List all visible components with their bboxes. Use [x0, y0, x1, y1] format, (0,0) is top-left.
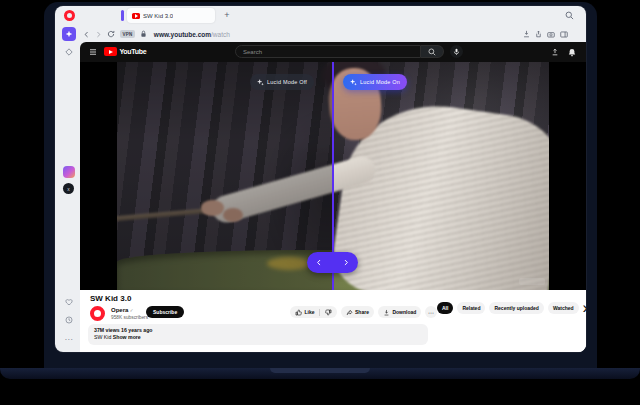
address-bar-actions	[523, 26, 568, 42]
lucid-off-dim-overlay	[117, 62, 333, 290]
pinboards-icon[interactable]	[63, 48, 75, 56]
scene-background: SW Kid 3.0 + VPN www.yout	[0, 0, 640, 405]
description-line: SW Kid Show more	[94, 334, 422, 341]
tab-island-indicator	[121, 10, 124, 21]
search-button[interactable]	[421, 45, 444, 58]
share-page-icon[interactable]	[535, 30, 542, 38]
sparkle-plus-icon	[350, 79, 357, 86]
chip-all[interactable]: All	[437, 302, 453, 314]
lucid-mode-off-button[interactable]: Lucid Mode Off	[250, 74, 314, 90]
more-actions-button[interactable]: ⋯	[425, 306, 437, 318]
share-arrow-icon	[346, 309, 353, 316]
youtube-header-actions	[551, 48, 576, 57]
subscribe-button[interactable]: Subscribe	[146, 306, 184, 318]
channel-name[interactable]: Opera ✓	[111, 307, 134, 313]
sparkle-icon	[65, 30, 73, 38]
forward-icon[interactable]	[95, 31, 102, 38]
address-bar: VPN www.youtube.com/watch	[83, 26, 578, 42]
video-watermark	[519, 278, 545, 285]
lucid-off-label: Lucid Mode Off	[267, 79, 307, 85]
sparkle-plus-icon	[257, 79, 264, 86]
back-icon[interactable]	[83, 31, 90, 38]
hamburger-menu-icon[interactable]	[89, 49, 97, 55]
upload-icon[interactable]	[551, 48, 559, 57]
aria-ai-icon[interactable]	[63, 166, 75, 178]
url-field[interactable]: www.youtube.com/watch	[154, 31, 230, 38]
download-label: Download	[392, 309, 416, 315]
search-placeholder: Search	[243, 49, 262, 55]
chip-related[interactable]: Related	[457, 302, 485, 314]
reload-icon[interactable]	[107, 30, 115, 38]
download-button[interactable]: Download	[378, 306, 421, 318]
vpn-badge[interactable]: VPN	[120, 30, 135, 38]
tab-title: SW Kid 3.0	[143, 13, 173, 19]
divider	[319, 309, 320, 316]
new-tab-button[interactable]: +	[221, 9, 233, 21]
compare-slider-handle[interactable]	[307, 252, 358, 273]
chevron-left-icon	[316, 259, 322, 266]
share-label: Share	[355, 309, 369, 315]
microphone-icon	[453, 48, 460, 56]
voice-search-button[interactable]	[450, 45, 463, 58]
youtube-favicon	[132, 13, 140, 19]
show-more-link[interactable]: Show more	[113, 334, 141, 340]
chip-watched[interactable]: Watched	[548, 302, 579, 314]
video-frame: Lucid Mode Off Lucid Mode On	[117, 62, 549, 290]
search-tabs-icon[interactable]	[565, 11, 574, 20]
chevron-right-icon	[343, 259, 349, 266]
video-info-section: SW Kid 3.0 Opera ✓ 958K subscribers Subs…	[80, 290, 586, 352]
url-host: www.youtube.com	[154, 31, 211, 38]
panels-icon[interactable]	[560, 31, 568, 38]
description-box[interactable]: 37M views 16 years ago SW Kid Show more	[88, 324, 428, 345]
web-content: YouTube Search	[80, 42, 586, 352]
subscriber-count: 958K subscribers	[111, 315, 148, 320]
video-title: SW Kid 3.0	[90, 294, 131, 303]
thumbs-down-icon	[325, 309, 332, 316]
related-filter-chips: All Related Recently uploaded Watched ›	[437, 299, 586, 317]
chip-recently-uploaded[interactable]: Recently uploaded	[489, 302, 543, 314]
tab-bar: SW Kid 3.0 +	[55, 6, 586, 25]
laptop-base-notch	[270, 368, 370, 373]
share-button[interactable]: Share	[341, 306, 374, 318]
youtube-play-icon	[104, 47, 117, 56]
video-actions: Like Share Download ⋯	[290, 306, 437, 318]
snapshot-camera-icon[interactable]	[547, 31, 555, 38]
workspaces-button[interactable]	[62, 27, 76, 41]
download-arrow-icon	[383, 309, 390, 316]
search-input[interactable]: Search	[235, 45, 421, 58]
opera-menu-logo[interactable]	[64, 10, 75, 21]
like-label: Like	[305, 309, 315, 315]
laptop-screen: SW Kid 3.0 + VPN www.yout	[44, 2, 597, 368]
notifications-bell-icon[interactable]	[568, 48, 576, 57]
messenger-app-icon[interactable]: x	[63, 183, 74, 194]
youtube-header: YouTube Search	[80, 42, 586, 62]
search-icon	[428, 48, 436, 56]
history-clock-icon[interactable]	[63, 316, 75, 324]
lock-icon[interactable]	[140, 30, 147, 38]
youtube-logo[interactable]: YouTube	[104, 47, 146, 56]
thumbs-up-icon	[295, 309, 302, 316]
like-dislike-buttons[interactable]: Like	[290, 306, 337, 318]
browser-window: SW Kid 3.0 + VPN www.yout	[55, 6, 586, 352]
sidebar-more-icon[interactable]: ⋯	[63, 335, 75, 344]
verified-check-icon: ✓	[130, 308, 134, 313]
views-line: 37M views 16 years ago	[94, 327, 422, 334]
chips-next-icon[interactable]: ›	[583, 299, 586, 317]
lucid-mode-on-button[interactable]: Lucid Mode On	[343, 74, 407, 90]
video-player[interactable]: Lucid Mode Off Lucid Mode On	[80, 62, 586, 290]
download-icon[interactable]	[523, 30, 530, 38]
browser-tab[interactable]: SW Kid 3.0	[127, 8, 215, 23]
bookmarks-heart-icon[interactable]	[63, 298, 75, 306]
youtube-logo-text: YouTube	[120, 48, 147, 55]
url-path: /watch	[211, 31, 230, 38]
channel-avatar[interactable]	[90, 306, 105, 321]
lucid-on-label: Lucid Mode On	[360, 79, 400, 85]
